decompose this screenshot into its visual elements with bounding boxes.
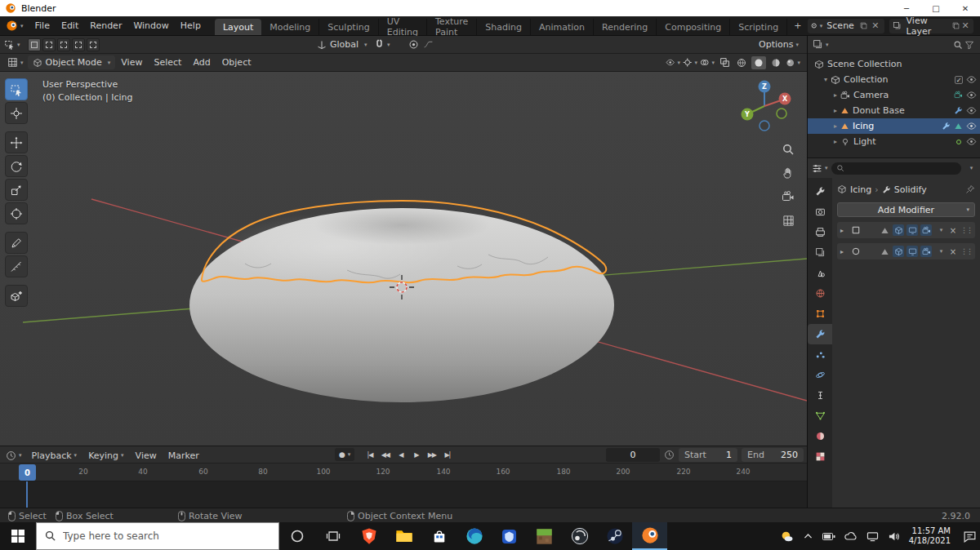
expand-icon[interactable]: ▸ xyxy=(831,91,840,99)
outliner-editor-type-button[interactable] xyxy=(813,39,829,50)
display-in-viewport-toggle[interactable] xyxy=(893,224,904,236)
weather-icon[interactable] xyxy=(780,530,794,543)
tool-scale[interactable] xyxy=(5,179,28,201)
outliner-row-scene-collection[interactable]: Scene Collection xyxy=(808,56,980,72)
gizmo-z-negative-axis[interactable] xyxy=(760,121,769,131)
menu-marker[interactable]: Marker xyxy=(163,446,205,464)
menu-edit[interactable]: Edit xyxy=(56,16,84,35)
blender-menu-button[interactable] xyxy=(0,16,29,35)
tab-output-properties[interactable] xyxy=(808,222,832,242)
playhead[interactable]: 0 xyxy=(19,464,36,481)
tab-uv-editing[interactable]: UV Editing xyxy=(379,19,427,35)
modifier-drag-handle[interactable]: ⋮⋮ xyxy=(960,226,972,234)
end-frame-field[interactable]: End 250 xyxy=(742,448,804,462)
navigation-gizmo[interactable]: Z Y X xyxy=(735,77,794,135)
display-in-editmode-toggle[interactable] xyxy=(879,224,890,236)
tab-scene-properties[interactable] xyxy=(808,263,832,283)
tab-modeling[interactable]: Modeling xyxy=(261,19,319,35)
modifier-close-icon[interactable]: × xyxy=(948,226,958,235)
menu-add[interactable]: Add xyxy=(187,54,216,71)
jump-to-start-button[interactable]: |◀ xyxy=(363,448,376,461)
properties-search-field[interactable] xyxy=(831,162,961,175)
taskbar-app-steam[interactable] xyxy=(597,522,632,550)
menu-render[interactable]: Render xyxy=(84,16,127,35)
xray-toggle[interactable] xyxy=(717,56,732,69)
breadcrumb-modifier[interactable]: Solidify xyxy=(894,184,927,195)
tool-move[interactable] xyxy=(5,131,28,153)
new-view-layer-icon[interactable] xyxy=(951,20,961,32)
display-in-editmode-toggle[interactable] xyxy=(879,246,890,257)
add-modifier-button[interactable]: Add Modifier xyxy=(837,202,975,217)
shading-wireframe-button[interactable] xyxy=(734,56,749,69)
tool-cursor[interactable] xyxy=(5,102,28,124)
tab-shading[interactable]: Shading xyxy=(477,19,531,35)
display-realtime-toggle[interactable] xyxy=(906,246,918,257)
eye-icon[interactable] xyxy=(966,136,977,147)
tab-tool-properties[interactable] xyxy=(808,181,832,202)
tool-add-primitive[interactable] xyxy=(5,285,28,307)
mode-dropdown[interactable]: Object Mode xyxy=(28,55,116,69)
proportional-editing-icon[interactable] xyxy=(408,39,419,50)
select-mode-extend[interactable] xyxy=(42,38,56,51)
object-visibility-dropdown[interactable] xyxy=(666,56,680,69)
render-toggle[interactable] xyxy=(920,246,932,257)
breadcrumb-object[interactable]: Icing xyxy=(850,184,871,195)
modifier-extras-dropdown[interactable] xyxy=(934,246,946,257)
zoom-icon[interactable] xyxy=(779,140,797,158)
frame-range-clock-icon[interactable] xyxy=(664,450,675,460)
camera-view-icon[interactable] xyxy=(779,188,797,206)
auto-keying-button[interactable]: ● xyxy=(335,448,354,461)
remove-view-layer-icon[interactable]: ✕ xyxy=(960,20,970,32)
tab-world-properties[interactable] xyxy=(808,283,832,304)
outliner-row-donut-base[interactable]: ▸ Donut Base xyxy=(808,103,980,118)
taskbar-app-brave[interactable] xyxy=(351,522,386,550)
tab-constraint-properties[interactable] xyxy=(808,385,832,406)
eye-icon[interactable] xyxy=(966,121,977,131)
tool-transform[interactable] xyxy=(5,202,28,224)
taskbar-app-blender[interactable] xyxy=(632,522,667,550)
viewport-canvas[interactable]: User Perspective (0) Collection | Icing … xyxy=(0,72,807,446)
properties-editor-type-button[interactable] xyxy=(812,163,828,174)
menu-keying[interactable]: Keying xyxy=(82,446,129,464)
tab-physics-properties[interactable] xyxy=(808,365,832,385)
unlink-scene-icon[interactable]: ✕ xyxy=(870,20,881,32)
browse-scene-icon[interactable] xyxy=(811,20,822,32)
tab-material-properties[interactable] xyxy=(808,426,832,446)
collection-checkbox[interactable]: ✓ xyxy=(955,76,963,84)
transform-orientation-dropdown[interactable]: Global xyxy=(317,39,368,50)
battery-icon[interactable] xyxy=(822,531,835,542)
expand-icon[interactable]: ▾ xyxy=(821,76,831,83)
tab-sculpting[interactable]: Sculpting xyxy=(319,19,378,35)
taskbar-search[interactable] xyxy=(36,522,279,550)
select-mode-new[interactable] xyxy=(28,38,41,51)
ortho-grid-icon[interactable] xyxy=(779,211,797,229)
menu-select[interactable]: Select xyxy=(148,54,187,71)
tool-rotate[interactable] xyxy=(5,155,28,177)
tab-texture-properties[interactable] xyxy=(808,446,832,467)
network-icon[interactable] xyxy=(866,531,879,542)
start-frame-field[interactable]: Start 1 xyxy=(679,448,737,462)
maximize-button[interactable]: □ xyxy=(921,0,951,16)
pan-hand-icon[interactable] xyxy=(779,164,797,182)
volume-icon[interactable] xyxy=(888,531,900,542)
tool-select-box[interactable] xyxy=(5,78,28,100)
taskbar-clock[interactable]: 11:57 AM 4/18/2021 xyxy=(909,526,951,546)
modifier-row[interactable]: ▸ × ⋮⋮ xyxy=(837,243,975,259)
tab-modifier-properties[interactable] xyxy=(808,324,832,344)
prev-keyframe-button[interactable]: ◀◀ xyxy=(378,448,392,461)
current-frame-field[interactable]: 0 xyxy=(606,448,660,462)
taskbar-app-file-explorer[interactable] xyxy=(386,522,421,550)
expand-icon[interactable]: ▸ xyxy=(840,248,849,255)
tab-scripting[interactable]: Scripting xyxy=(730,19,787,35)
expand-icon[interactable]: ▸ xyxy=(831,122,840,130)
tab-render-properties[interactable] xyxy=(808,202,832,222)
falloff-curve-icon[interactable] xyxy=(423,39,434,50)
viewport-editor-type-button[interactable] xyxy=(3,54,28,71)
next-keyframe-button[interactable]: ▶▶ xyxy=(425,448,439,461)
search-input[interactable] xyxy=(37,523,278,549)
tab-view-layer-properties[interactable] xyxy=(808,242,832,263)
tab-object-data-properties[interactable] xyxy=(808,406,832,426)
options-dropdown[interactable]: Options xyxy=(759,39,799,50)
taskbar-app-store[interactable] xyxy=(421,522,457,550)
modifier-close-icon[interactable]: × xyxy=(948,247,958,256)
